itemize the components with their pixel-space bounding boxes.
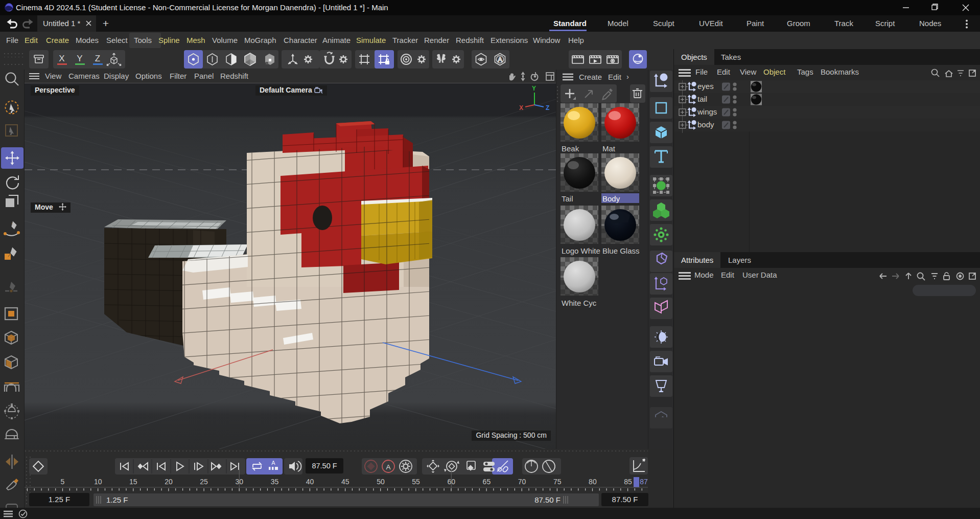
- svg-text:Z: Z: [95, 54, 100, 63]
- svg-text:Z: Z: [546, 104, 549, 111]
- svg-text:40: 40: [306, 478, 314, 486]
- svg-text:X: X: [519, 104, 523, 111]
- svg-text:87: 87: [640, 478, 648, 486]
- svg-text:55: 55: [412, 478, 420, 486]
- svg-text:10: 10: [94, 478, 102, 486]
- svg-text:25: 25: [200, 478, 208, 486]
- svg-text:80: 80: [589, 478, 597, 486]
- svg-text:20: 20: [165, 478, 173, 486]
- svg-text:X: X: [59, 54, 64, 63]
- svg-text:5: 5: [61, 478, 65, 486]
- svg-text:35: 35: [271, 478, 279, 486]
- svg-text:85: 85: [624, 478, 632, 486]
- svg-text:Y: Y: [532, 85, 536, 92]
- svg-text:75: 75: [553, 478, 562, 486]
- svg-text:87.50 F: 87.50 F: [312, 462, 337, 470]
- svg-text:50: 50: [377, 478, 385, 486]
- svg-text:A: A: [271, 460, 275, 466]
- svg-text:Y: Y: [77, 54, 82, 63]
- svg-text:15: 15: [129, 478, 137, 486]
- svg-text:A: A: [498, 56, 502, 63]
- svg-text:A: A: [386, 463, 390, 471]
- svg-text:70: 70: [518, 478, 526, 486]
- svg-text:45: 45: [341, 478, 349, 486]
- svg-text:65: 65: [483, 478, 491, 486]
